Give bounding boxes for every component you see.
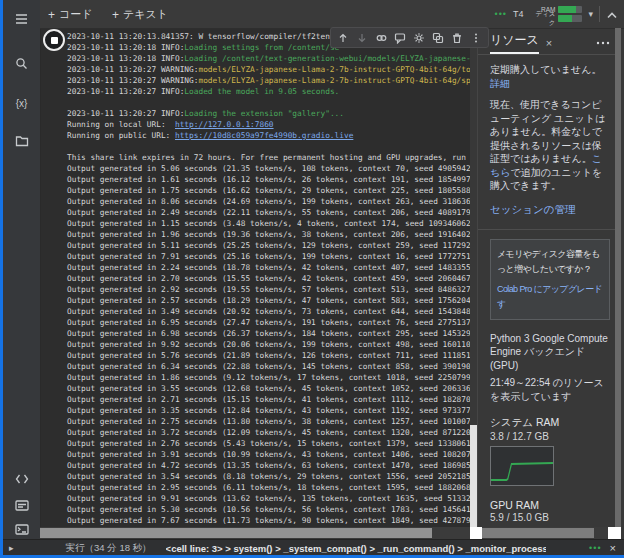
- console-text: Output generated in 2.76 seconds (5.43 t…: [67, 439, 470, 448]
- resource-meter: システム RAM3.8 / 12.7 GB: [490, 416, 610, 486]
- window-edge-left: [0, 0, 3, 558]
- ram-gauge: [558, 6, 582, 13]
- console-horizontal-scrollbar[interactable]: [40, 527, 470, 539]
- plus-icon: +: [112, 8, 119, 22]
- backend-info: Python 3 Google Compute Engine バックエンド (G…: [490, 332, 610, 373]
- compute-units-message: 現在、使用できるコンピューティング ユニットはありません。料金なしで提供されるリ…: [490, 99, 605, 164]
- console-text: 2023-10-11 13:20:27 INFO:: [67, 87, 184, 96]
- left-sidebar: {x}: [3, 0, 41, 539]
- console-line: Output generated in 2.76 seconds (5.43 t…: [67, 438, 470, 449]
- toolbar-divider: [599, 6, 600, 22]
- console-text: Output generated in 5.30 seconds (10.56 …: [67, 505, 470, 514]
- gpu-type-label: T4: [513, 9, 524, 19]
- panel-horizontal-scrollbar[interactable]: [482, 527, 608, 539]
- console-line: Output generated in 2.24 seconds (18.78 …: [67, 262, 470, 273]
- console-link[interactable]: http://127.0.0.1:7860: [175, 120, 274, 129]
- settings-gear-icon[interactable]: [411, 30, 426, 45]
- command-palette-icon[interactable]: [3, 494, 40, 516]
- console-vertical-scrollbar[interactable]: [470, 28, 477, 527]
- upgrade-card: メモリやディスク容量をもっと増やしたいですか？ Colab Pro にアップグレ…: [490, 239, 610, 320]
- console-line: Output generated in 5.76 seconds (21.89 …: [67, 350, 470, 361]
- resource-indicator[interactable]: ••• T4 RAM ディスク ▾: [495, 0, 619, 28]
- compute-units-text: 現在、使用できるコンピューティング ユニットはありません。料金なしで提供されるリ…: [490, 98, 610, 193]
- add-code-button[interactable]: + コード: [48, 6, 93, 23]
- console-line: Output generated in 5.11 seconds (25.25 …: [67, 240, 470, 251]
- panel-vertical-scrollbar[interactable]: [615, 28, 621, 527]
- console-text: Output generated in 9.91 seconds (13.62 …: [67, 494, 470, 503]
- console-line: Output generated in 3.35 seconds (12.84 …: [67, 405, 470, 416]
- console-text: Output generated in 2.49 seconds (22.11 …: [67, 208, 470, 217]
- add-text-button[interactable]: + テキスト: [112, 6, 168, 23]
- move-cell-down-icon[interactable]: [355, 30, 370, 45]
- files-icon[interactable]: [3, 130, 40, 152]
- colab-pro-upgrade-link[interactable]: Colab Pro にアップグレードす: [497, 282, 603, 312]
- terminal-icon[interactable]: [3, 518, 40, 540]
- code-snippets-icon[interactable]: [3, 468, 40, 490]
- meter-value: 3.8 / 12.7 GB: [490, 431, 610, 442]
- console-text: Output generated in 5.76 seconds (21.89 …: [67, 351, 470, 360]
- expand-executions-icon[interactable]: ▸: [9, 543, 14, 553]
- console-text: Output generated in 3.35 seconds (12.84 …: [67, 406, 470, 415]
- console-line: Output generated in 5.06 seconds (21.35 …: [67, 163, 470, 174]
- console-text: Output generated in 2.95 seconds (6.11 t…: [67, 483, 470, 492]
- link-cell-icon[interactable]: [374, 30, 389, 45]
- console-text: Output generated in 2.92 seconds (19.55 …: [67, 285, 470, 294]
- console-line: 2023-10-11 13:20:27 WARNING:models/ELYZA…: [67, 64, 470, 75]
- variables-icon[interactable]: {x}: [3, 92, 40, 114]
- chevron-down-icon[interactable]: ▾: [588, 9, 593, 19]
- console-text: Output generated in 1.15 seconds (3.48 t…: [67, 219, 470, 228]
- collapse-header-button[interactable]: [606, 5, 618, 23]
- add-text-label: テキスト: [123, 7, 168, 22]
- console-text: Output generated in 1.75 seconds (16.62 …: [67, 186, 470, 195]
- statusbar-activity-dots-icon: •••: [589, 543, 601, 553]
- comment-icon[interactable]: [393, 30, 408, 45]
- statusbar-close-button[interactable]: ×: [610, 542, 616, 554]
- delete-cell-icon[interactable]: [449, 30, 464, 45]
- details-link[interactable]: 詳細: [490, 78, 510, 89]
- console-line: Output generated in 3.54 seconds (8.18 t…: [67, 471, 470, 482]
- console-vertical-scrollbar-thumb[interactable]: [470, 425, 477, 527]
- manage-sessions-link[interactable]: セッションの管理: [490, 203, 610, 217]
- console-text: Output generated in 2.75 seconds (13.80 …: [67, 417, 470, 426]
- console-text: Output generated in 7.91 seconds (25.16 …: [67, 252, 470, 261]
- search-icon[interactable]: [3, 52, 40, 74]
- console-text: Output generated in 6.95 seconds (27.47 …: [67, 318, 470, 327]
- console-line: Output generated in 2.95 seconds (6.11 t…: [67, 482, 470, 493]
- mirror-cell-icon[interactable]: [430, 30, 445, 45]
- console-line: Output generated in 1.86 seconds (9.12 t…: [67, 372, 470, 383]
- console-line: 2023-10-11 13:20:27 INFO:Loaded the mode…: [67, 86, 470, 97]
- meter-sparkline: [490, 446, 554, 486]
- console-line: Output generated in 3.91 seconds (10.99 …: [67, 449, 470, 460]
- console-line: Output generated in 2.71 seconds (15.15 …: [67, 394, 470, 405]
- console-text: Output generated in 5.06 seconds (21.35 …: [67, 164, 470, 173]
- move-cell-up-icon[interactable]: [336, 30, 351, 45]
- console-text: 2023-10-11 13:20:18 INFO:: [67, 43, 184, 52]
- panel-vertical-scrollbar-thumb[interactable]: [615, 28, 621, 527]
- console-text: Running on local URL:: [67, 120, 175, 129]
- console-line: Output generated in 1.75 seconds (16.62 …: [67, 185, 470, 196]
- console-text: Output generated in 9.92 seconds (20.06 …: [67, 340, 470, 349]
- table-of-contents-icon[interactable]: [3, 8, 40, 30]
- console-text: Output generated in 3.91 seconds (10.99 …: [67, 450, 470, 459]
- console-horizontal-scrollbar-thumb[interactable]: [40, 528, 432, 538]
- panel-horizontal-scrollbar-thumb[interactable]: [482, 528, 594, 538]
- console-text: Loaded the model in 9.05 seconds.: [184, 87, 339, 96]
- console-link[interactable]: https://10d8c059a97fe4990b.gradio.live: [175, 131, 353, 140]
- usage-gauges: RAM ディスク: [529, 5, 582, 23]
- add-code-label: コード: [59, 7, 93, 22]
- variables-glyph: {x}: [16, 98, 28, 109]
- more-vert-icon[interactable]: [468, 30, 483, 45]
- console-line: Output generated in 5.30 seconds (10.56 …: [67, 504, 470, 515]
- panel-close-button[interactable]: ×: [546, 37, 552, 49]
- resource-time-range: 21:49～22:54 のリソースを表示しています: [490, 376, 610, 403]
- console-line: Output generated in 2.57 seconds (18.29 …: [67, 295, 470, 306]
- stop-execution-button[interactable]: [43, 29, 65, 51]
- console-line: Running on public URL: https://10d8c059a…: [67, 130, 470, 141]
- tab-resources[interactable]: リソース: [490, 32, 539, 54]
- more-horiz-icon[interactable]: [596, 41, 610, 45]
- resource-meter: GPU RAM5.9 / 15.0 GB: [490, 499, 610, 527]
- console-text: 2023-10-11 13:20:27 WARNING:: [67, 65, 198, 74]
- console-line: Output generated in 7.67 seconds (11.73 …: [67, 515, 470, 526]
- disk-gauge-fill: [558, 15, 571, 22]
- console-line: 2023-10-11 13:20:18 INFO:Loading /conten…: [67, 53, 470, 64]
